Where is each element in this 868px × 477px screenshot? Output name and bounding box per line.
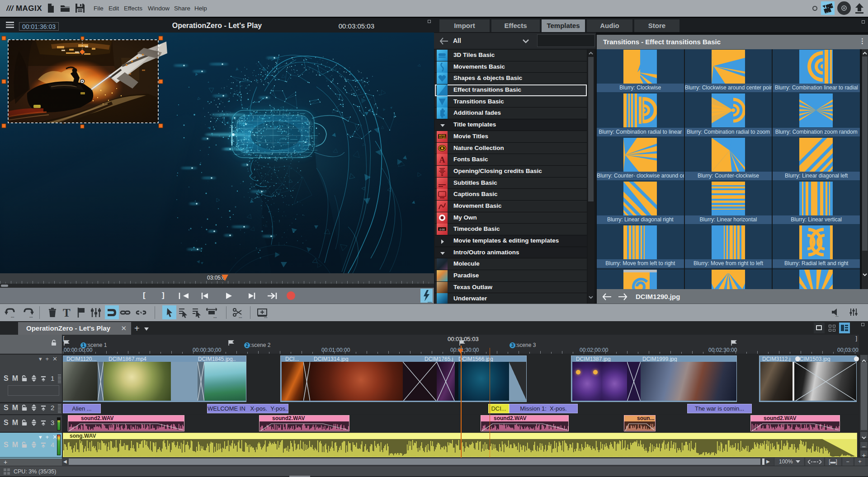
svg-text:...: ...	[264, 314, 268, 318]
svg-text:...: ...	[835, 313, 839, 317]
svg-text:...: ...	[29, 314, 33, 318]
svg-text:...: ...	[239, 314, 242, 318]
svg-text:0:00: 0:00	[439, 228, 445, 231]
svg-text:A: A	[439, 155, 445, 164]
svg-text:...: ...	[11, 314, 14, 318]
svg-text:TITLES: TITLES	[439, 136, 446, 139]
svg-text:...: ...	[213, 314, 217, 318]
